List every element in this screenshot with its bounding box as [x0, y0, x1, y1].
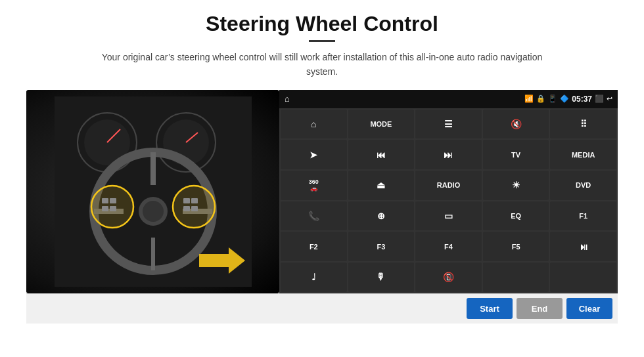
- svg-rect-23: [191, 206, 198, 211]
- status-icons-left: ⌂: [285, 94, 290, 104]
- callend-icon: 📵: [443, 272, 454, 282]
- svg-rect-22: [183, 206, 190, 211]
- back-icon: ↩: [607, 94, 612, 103]
- btn-prev[interactable]: ⏮: [348, 140, 415, 169]
- svg-rect-15: [102, 198, 108, 203]
- f2-label: F2: [310, 243, 318, 251]
- btn-mute[interactable]: 🔇: [483, 110, 549, 139]
- apps-icon: ⠿: [580, 119, 587, 129]
- btn-tv[interactable]: TV: [483, 140, 549, 169]
- svg-rect-17: [102, 206, 108, 211]
- btn-radio[interactable]: RADIO: [415, 171, 482, 200]
- bottom-bar: Start End Clear: [26, 293, 618, 324]
- sim-icon: 📱: [548, 94, 557, 103]
- home-icon: ⌂: [311, 119, 316, 129]
- phone-icon: 📞: [308, 211, 319, 221]
- bluetooth-icon: 🔷: [560, 94, 569, 103]
- wifi-icon: 📶: [524, 94, 534, 103]
- btn-home[interactable]: ⌂: [281, 110, 347, 139]
- btn-phone[interactable]: 📞: [281, 201, 347, 231]
- btn-playpause[interactable]: ⏯: [550, 232, 616, 261]
- eject-icon: ⏏: [377, 180, 385, 190]
- status-icons-right: 📶 🔒 📱 🔷 05:37 ⬛ ↩: [524, 94, 612, 104]
- mic-icon: 🎙: [377, 272, 386, 282]
- f5-label: F5: [512, 243, 520, 251]
- btn-next[interactable]: ⏭: [415, 140, 482, 169]
- f1-label: F1: [579, 212, 587, 220]
- f4-label: F4: [444, 243, 453, 251]
- btn-dvd[interactable]: DVD: [550, 171, 616, 200]
- button-grid: ⌂ MODE ☰ 🔇 ⠿ ➤ ⏮ ⏭ TV MEDIA 360🚗 ⏏ RADIO…: [279, 108, 618, 293]
- btn-f1[interactable]: F1: [550, 201, 616, 231]
- btn-eject[interactable]: ⏏: [348, 171, 415, 200]
- svg-rect-16: [110, 198, 116, 203]
- list-icon: ☰: [444, 119, 453, 129]
- home-status-icon: ⌂: [285, 94, 290, 104]
- music-icon: ♩: [311, 272, 316, 282]
- btn-mic[interactable]: 🎙: [348, 262, 415, 292]
- btn-empty2[interactable]: [550, 262, 616, 292]
- btn-brightness[interactable]: ☀: [483, 171, 549, 200]
- btn-f3[interactable]: F3: [348, 232, 415, 261]
- btn-empty1[interactable]: [483, 262, 549, 292]
- lock-icon: 🔒: [536, 94, 545, 103]
- title-divider: [309, 40, 335, 42]
- main-content: ⌂ 📶 🔒 📱 🔷 05:37 ⬛ ↩ ⌂ MODE ☰ 🔇: [26, 90, 618, 293]
- compass-icon: ⊕: [377, 211, 385, 221]
- status-bar: ⌂ 📶 🔒 📱 🔷 05:37 ⬛ ↩: [279, 90, 618, 108]
- btn-nav2[interactable]: ⊕: [348, 201, 415, 231]
- eq-label: EQ: [511, 212, 521, 220]
- nav-icon: ➤: [310, 150, 317, 160]
- dvd-label: DVD: [576, 181, 591, 189]
- btn-callend[interactable]: 📵: [415, 262, 482, 292]
- btn-f5[interactable]: F5: [483, 232, 549, 261]
- btn-f2[interactable]: F2: [281, 232, 347, 261]
- steering-wheel-bg: [26, 90, 279, 293]
- time-display: 05:37: [572, 94, 592, 104]
- btn-eq[interactable]: EQ: [483, 201, 549, 231]
- start-button[interactable]: Start: [467, 298, 513, 319]
- steering-wheel-image: [26, 90, 279, 293]
- radio-label: RADIO: [437, 181, 460, 189]
- btn-nav[interactable]: ➤: [281, 140, 347, 169]
- btn-f4[interactable]: F4: [415, 232, 482, 261]
- tv-label: TV: [511, 151, 520, 159]
- svg-rect-18: [110, 206, 116, 211]
- btn-360[interactable]: 360🚗: [281, 171, 347, 200]
- btn-apps[interactable]: ⠿: [550, 110, 616, 139]
- brightness-icon: ☀: [512, 180, 520, 190]
- end-button[interactable]: End: [517, 298, 563, 319]
- playpause-icon: ⏯: [579, 242, 588, 252]
- btn-media[interactable]: MEDIA: [550, 140, 616, 169]
- prev-icon: ⏮: [377, 150, 386, 160]
- next-icon: ⏭: [444, 150, 453, 160]
- btn-list[interactable]: ☰: [415, 110, 482, 139]
- svg-rect-21: [191, 198, 198, 203]
- btn-music[interactable]: ♩: [281, 262, 347, 292]
- svg-point-13: [143, 201, 164, 222]
- clear-button[interactable]: Clear: [566, 298, 612, 319]
- cast-icon: ⬛: [595, 94, 604, 103]
- f3-label: F3: [377, 243, 385, 251]
- mode-label: MODE: [370, 120, 392, 128]
- media-label: MEDIA: [572, 151, 595, 159]
- android-panel: ⌂ 📶 🔒 📱 🔷 05:37 ⬛ ↩ ⌂ MODE ☰ 🔇: [279, 90, 618, 293]
- steering-wheel-svg: [55, 96, 252, 287]
- mute-icon: 🔇: [511, 119, 522, 129]
- btn-screen[interactable]: ▭: [415, 201, 482, 231]
- page-wrapper: Steering Wheel Control Your original car…: [0, 0, 644, 357]
- svg-rect-20: [183, 198, 190, 203]
- page-title: Steering Wheel Control: [206, 12, 438, 36]
- btn-mode[interactable]: MODE: [348, 110, 415, 139]
- page-subtitle: Your original car’s steering wheel contr…: [92, 50, 552, 79]
- cam-label: 360🚗: [309, 178, 319, 192]
- screen-icon: ▭: [444, 211, 453, 221]
